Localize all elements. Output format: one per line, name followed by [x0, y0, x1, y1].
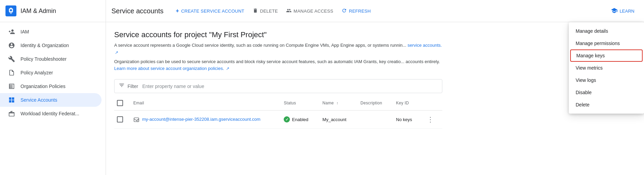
sidebar-item-policy-analyzer[interactable]: Policy Analyzer: [0, 66, 102, 79]
refresh-button[interactable]: REFRESH: [337, 5, 375, 17]
accounts-table: Email Status Name ↑ Description: [114, 96, 442, 129]
svg-point-4: [137, 120, 138, 121]
delete-button[interactable]: DELETE: [249, 5, 282, 17]
keyid-column-header: Key ID: [391, 96, 420, 111]
email-service-account-icon: [133, 117, 139, 122]
sidebar-nav: IAM Identity & Organization Policy Troub…: [0, 22, 106, 123]
grid-icon: [8, 97, 15, 103]
learn-label: LEARN: [620, 9, 634, 14]
manage-access-label: MANAGE ACCESS: [294, 9, 333, 14]
learn-button[interactable]: LEARN: [607, 4, 639, 18]
sidebar-item-identity-label: Identity & Organization: [21, 43, 69, 48]
name-cell: My_account: [317, 111, 355, 129]
svg-point-1: [10, 9, 12, 11]
sidebar-item-service-accounts-label: Service Accounts: [21, 97, 57, 103]
create-service-account-button[interactable]: + CREATE SERVICE ACCOUNT: [172, 5, 248, 17]
iam-admin-logo: [5, 5, 16, 16]
learn-more-link[interactable]: Learn more about service account organiz…: [114, 66, 229, 71]
context-menu-view-logs[interactable]: View logs: [569, 74, 644, 86]
status-cell: Enabled: [278, 111, 317, 129]
context-menu-manage-keys[interactable]: Manage keys: [570, 49, 643, 62]
sidebar-header: IAM & Admin: [0, 0, 106, 22]
external-link-icon: ↗: [115, 50, 118, 55]
service-accounts-table: Email Status Name ↑ Description: [114, 96, 442, 129]
context-menu-disable[interactable]: Disable: [569, 86, 644, 99]
document-icon: [8, 69, 15, 76]
filter-icon: [119, 82, 125, 90]
wrench-icon: [8, 56, 15, 62]
person-circle-icon: [8, 42, 15, 49]
content-area: Service accounts for project "My First P…: [106, 22, 644, 175]
select-all-header: [114, 96, 128, 111]
person-add-icon: [8, 28, 15, 35]
table-header-row: Email Status Name ↑ Description: [114, 96, 442, 111]
sidebar-item-workload-label: Workload Identity Federat...: [21, 111, 79, 116]
page-heading: Service accounts for project "My First P…: [114, 30, 636, 39]
toolbar: Service accounts + CREATE SERVICE ACCOUN…: [106, 0, 644, 22]
sidebar-item-org-policies-label: Organization Policies: [21, 84, 66, 89]
table-row: my-account@intense-pier-352208.iam.gserv…: [114, 111, 442, 129]
sidebar-item-analyzer-label: Policy Analyzer: [21, 70, 53, 75]
status-text: Enabled: [292, 117, 308, 122]
more-actions-cell: ⋮: [420, 111, 442, 129]
context-menu-manage-permissions[interactable]: Manage permissions: [569, 37, 644, 49]
sidebar-item-org-policies[interactable]: Organization Policies: [0, 79, 102, 93]
main-content: Service accounts + CREATE SERVICE ACCOUN…: [106, 0, 644, 175]
email-cell: my-account@intense-pier-352208.iam.gserv…: [128, 111, 278, 129]
refresh-icon: [341, 8, 347, 14]
filter-label: Filter: [128, 84, 138, 89]
sort-arrow-icon: ↑: [336, 101, 338, 105]
page-desc2: Organization policies can be used to sec…: [114, 58, 442, 73]
sidebar-item-iam[interactable]: IAM: [0, 25, 102, 39]
email-column-header: Email: [128, 96, 278, 111]
context-menu-manage-details[interactable]: Manage details: [569, 25, 644, 37]
external-link-icon2: ↗: [226, 66, 229, 71]
row-checkbox-cell: [114, 111, 128, 129]
status-enabled: Enabled: [284, 116, 311, 122]
sidebar-app-title: IAM & Admin: [21, 8, 56, 15]
page-desc1: A service account represents a Google Cl…: [114, 42, 442, 56]
select-all-checkbox[interactable]: [117, 100, 123, 106]
sidebar-item-identity-org[interactable]: Identity & Organization: [0, 39, 102, 52]
sidebar-item-policy-troubleshooter[interactable]: Policy Troubleshooter: [0, 52, 102, 66]
account-email-link[interactable]: my-account@intense-pier-352208.iam.gserv…: [142, 117, 260, 122]
sidebar: IAM & Admin IAM Identity & Organization …: [0, 0, 106, 175]
description-column-header: Description: [355, 96, 391, 111]
building-icon: [8, 83, 15, 90]
status-dot: [284, 116, 290, 122]
refresh-label: REFRESH: [349, 9, 371, 14]
row-checkbox[interactable]: [117, 116, 123, 122]
manage-access-icon: [286, 8, 292, 14]
page-desc2-text: Organization policies can be used to sec…: [114, 59, 440, 64]
sidebar-item-iam-label: IAM: [21, 29, 29, 34]
page-desc1-text: A service account represents a Google Cl…: [114, 43, 407, 48]
toolbar-title: Service accounts: [111, 7, 163, 15]
create-label: CREATE SERVICE ACCOUNT: [181, 9, 244, 14]
manage-access-button[interactable]: MANAGE ACCESS: [282, 5, 337, 17]
filter-bar: Filter: [114, 79, 442, 93]
sidebar-item-service-accounts[interactable]: Service Accounts: [0, 93, 102, 107]
delete-label: DELETE: [260, 9, 278, 14]
sidebar-item-troubleshooter-label: Policy Troubleshooter: [21, 56, 67, 62]
plus-icon: +: [176, 8, 179, 14]
name-column-header[interactable]: Name ↑: [317, 96, 355, 111]
context-menu: Manage details Manage permissions Manage…: [569, 22, 644, 114]
description-cell: [355, 111, 391, 129]
filter-input[interactable]: [142, 84, 438, 89]
badge-icon: [8, 110, 15, 117]
more-actions-button[interactable]: ⋮: [426, 115, 437, 124]
keyid-cell: No keys: [391, 111, 420, 129]
context-menu-view-metrics[interactable]: View metrics: [569, 62, 644, 74]
sidebar-item-workload-identity[interactable]: Workload Identity Federat...: [0, 107, 102, 120]
delete-icon: [253, 8, 258, 14]
status-column-header: Status: [278, 96, 317, 111]
context-menu-delete[interactable]: Delete: [569, 99, 644, 111]
learn-icon: [611, 7, 618, 15]
